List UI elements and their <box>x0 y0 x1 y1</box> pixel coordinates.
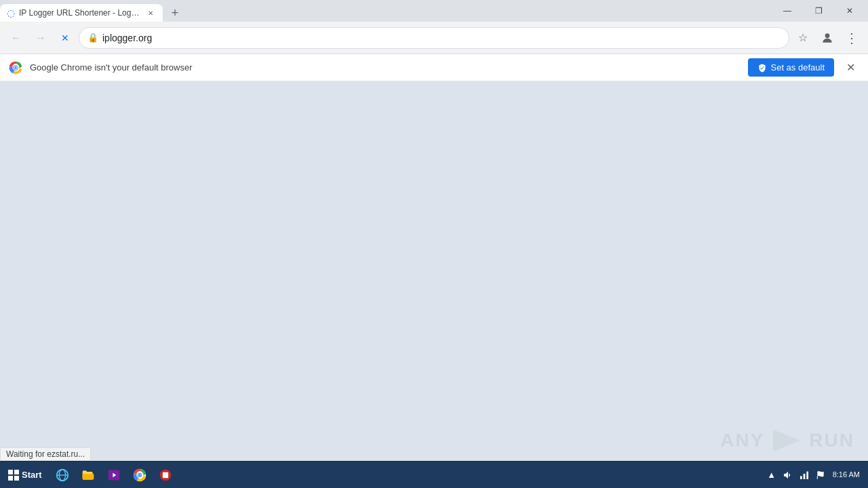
media-icon <box>107 468 121 482</box>
svg-rect-7 <box>14 470 19 474</box>
tray-expand-icon[interactable]: ▲ <box>765 468 778 482</box>
close-button[interactable]: ✕ <box>834 3 865 19</box>
anyrun-text: ANY <box>720 430 764 451</box>
anyrun-watermark: ANY RUN <box>720 427 854 454</box>
svg-rect-8 <box>8 476 13 481</box>
bookmark-button[interactable]: ☆ <box>792 27 814 49</box>
svg-rect-20 <box>162 472 167 477</box>
window-controls: — ❐ ✕ <box>769 0 868 19</box>
svg-point-18 <box>138 474 140 476</box>
close-icon: ✕ <box>846 61 855 74</box>
account-icon <box>821 31 834 45</box>
clock-time: 8:16 AM <box>833 470 860 479</box>
minimize-button[interactable]: — <box>772 3 803 19</box>
title-bar: ◌ IP Logger URL Shortener - Log and ✕ + … <box>0 0 868 22</box>
taskbar-clock[interactable]: 8:16 AM <box>830 470 863 479</box>
system-tray: ▲ <box>765 468 827 482</box>
tab-favicon: ◌ <box>7 7 15 18</box>
taskbar-chrome-icon[interactable] <box>127 463 152 487</box>
info-bar: Google Chrome isn't your default browser… <box>0 54 868 81</box>
menu-button[interactable]: ⋮ <box>841 27 863 49</box>
tray-notifications-icon[interactable] <box>814 468 827 482</box>
set-default-label: Set as default <box>771 62 825 73</box>
stop-icon <box>159 468 172 482</box>
status-text: Waiting for ezstat.ru... <box>6 449 85 459</box>
forward-icon: → <box>35 32 46 44</box>
svg-point-0 <box>825 33 830 38</box>
taskbar-explorer-icon[interactable] <box>76 463 100 487</box>
shield-icon <box>757 63 767 73</box>
anyrun-logo-icon <box>770 427 804 454</box>
svg-rect-23 <box>806 471 808 479</box>
start-label: Start <box>22 470 42 480</box>
chrome-logo-icon <box>8 60 23 75</box>
maximize-button[interactable]: ❐ <box>803 3 834 19</box>
windows-logo-icon <box>8 470 19 481</box>
ie-icon <box>55 468 70 483</box>
svg-point-4 <box>14 66 17 69</box>
set-default-button[interactable]: Set as default <box>748 58 835 77</box>
chrome-taskbar-icon <box>132 468 147 483</box>
svg-rect-6 <box>8 470 13 474</box>
svg-rect-22 <box>803 474 805 479</box>
active-tab[interactable]: ◌ IP Logger URL Shortener - Log and ✕ <box>0 4 163 22</box>
tab-title: IP Logger URL Shortener - Log and <box>19 8 141 18</box>
address-text: iplogger.org <box>102 33 781 43</box>
svg-marker-5 <box>773 430 800 451</box>
svg-rect-21 <box>800 476 802 479</box>
tray-volume-icon[interactable] <box>781 468 795 482</box>
back-button[interactable]: ← <box>5 27 27 49</box>
new-tab-button[interactable]: + <box>165 4 184 22</box>
taskbar-media-icon[interactable] <box>102 463 126 487</box>
forward-button[interactable]: → <box>30 27 52 49</box>
tab-close-button[interactable]: ✕ <box>145 7 156 18</box>
start-button[interactable]: Start <box>0 462 50 488</box>
volume-icon <box>783 470 793 481</box>
browser-window: ◌ IP Logger URL Shortener - Log and ✕ + … <box>0 0 868 488</box>
taskbar-stop-icon[interactable] <box>153 463 178 487</box>
reload-button[interactable]: ✕ <box>54 27 76 49</box>
taskbar-ie-icon[interactable] <box>50 463 75 487</box>
address-bar[interactable]: 🔒 iplogger.org <box>79 27 789 49</box>
taskbar-items <box>50 462 178 488</box>
menu-icon: ⋮ <box>845 30 859 46</box>
back-icon: ← <box>11 32 22 44</box>
svg-rect-9 <box>14 476 19 481</box>
folder-icon <box>81 468 95 482</box>
status-bar: Waiting for ezstat.ru... <box>0 447 91 461</box>
taskbar: Start <box>0 461 868 488</box>
star-icon: ☆ <box>798 31 808 44</box>
network-icon <box>799 470 810 481</box>
default-browser-message: Google Chrome isn't your default browser <box>30 62 741 73</box>
tab-bar: ◌ IP Logger URL Shortener - Log and ✕ + <box>0 0 769 22</box>
tray-network-icon[interactable] <box>797 468 811 482</box>
flag-icon <box>816 470 825 480</box>
reload-icon: ✕ <box>61 33 69 43</box>
main-content: Waiting for ezstat.ru... ANY RUN <box>0 81 868 488</box>
security-icon: 🔒 <box>87 33 98 43</box>
anyrun-run-text: RUN <box>809 430 854 451</box>
info-bar-close-button[interactable]: ✕ <box>841 58 860 77</box>
account-button[interactable] <box>816 27 838 49</box>
taskbar-right: ▲ <box>765 462 868 488</box>
navigation-bar: ← → ✕ 🔒 iplogger.org ☆ ⋮ <box>0 22 868 54</box>
